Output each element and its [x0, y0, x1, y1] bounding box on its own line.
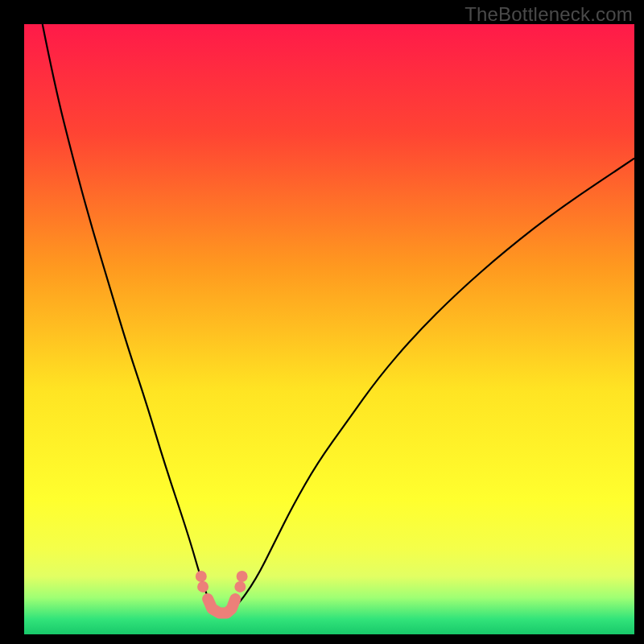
watermark-text: TheBottleneck.com — [464, 3, 633, 26]
bottleneck-chart — [24, 24, 634, 634]
chart-area — [24, 24, 634, 634]
gradient-background — [24, 24, 634, 634]
valley-marker-dot — [234, 581, 246, 592]
outer-frame: TheBottleneck.com — [0, 0, 644, 644]
valley-marker-dot — [237, 571, 248, 582]
valley-marker-dot — [197, 581, 208, 592]
valley-marker-dot — [196, 571, 207, 582]
